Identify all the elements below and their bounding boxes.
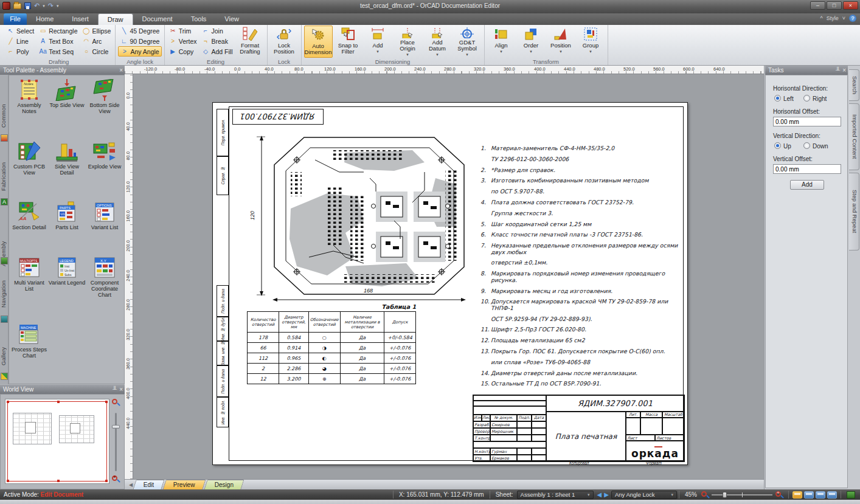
add-dimension-dropdown-icon[interactable]: ▾ [376,49,379,55]
rectangle-button[interactable]: ▭Rectangle [37,26,79,36]
palette-close-icon[interactable]: × [119,66,123,74]
select-button[interactable]: ↖Select [5,26,36,36]
tool-palette-header[interactable]: Tool Palette - Assembly × [0,66,125,75]
world-view-zoom-in-icon[interactable]: + [111,475,121,485]
copy-button[interactable]: ▶Copy [167,46,199,57]
zoom-slider-handle[interactable] [723,492,727,498]
palette-item-assembly-notes[interactable]: Notes Assembly Notes [10,79,48,136]
direction-down-label[interactable]: Down [813,143,828,150]
align-dropdown-icon[interactable]: ▾ [500,49,502,55]
tasks-pin-icon[interactable]: ╨ [836,66,840,74]
45-degree-button[interactable]: ╲45 Degree [118,26,161,36]
text-seq-button[interactable]: AaText Seq [37,46,79,57]
place-origin-dropdown-icon[interactable]: ▾ [406,52,409,58]
order-button[interactable]: Order▾ [517,26,546,58]
palette-item-process-steps-chart[interactable]: MACHINE Process Steps Chart [10,323,48,380]
previous-sheet-icon[interactable]: ◀ [597,491,602,498]
zoom-in-icon[interactable]: + [775,491,783,499]
gallery-tab-icon[interactable] [1,373,8,380]
tab-edit[interactable]: Edit [133,480,164,489]
navigation-tab-icon[interactable] [1,316,8,323]
palette-item-component-coordinate-chart[interactable]: X,Y Component Coordinate Chart [86,257,123,319]
redo-icon[interactable]: ↷ [48,2,54,9]
group-dropdown-icon[interactable]: ▾ [589,49,592,55]
side-tab-common[interactable]: Common [0,99,9,133]
side-tab-assembly[interactable]: Assembly [0,236,9,271]
direction-left-label[interactable]: Left [783,95,794,102]
direction-left-radio[interactable] [774,95,781,102]
minimize-ribbon-icon[interactable]: ^ [820,15,822,21]
palette-item-custom-pcb-view[interactable]: Custom PCB View [10,140,48,197]
direction-right-radio[interactable] [803,95,810,102]
auto-dimension-button[interactable]: Auto Dimension [304,26,333,58]
undo-icon[interactable]: ↶ [34,2,40,9]
circle-button[interactable]: ○Circle [80,46,113,57]
sheet-thumbnail-2[interactable] [59,415,94,443]
common-tab-icon[interactable] [1,134,8,142]
direction-down-radio[interactable] [803,142,810,149]
view-panel-icon[interactable] [827,491,837,499]
side-tab-fabrication[interactable]: Fabrication [0,157,9,196]
minimize-button[interactable]: – [810,1,825,10]
join-button[interactable]: ⌐Join [199,26,234,36]
style-menu[interactable]: Style [827,15,839,21]
fabrication-tab-icon[interactable]: A [1,198,8,205]
vertex-button[interactable]: >Vertex [167,36,199,46]
tab-imported-content[interactable]: Imported Content [849,103,859,170]
90-degree-button[interactable]: ∟90 Degree [118,36,161,46]
zoom-slider[interactable] [712,494,772,495]
world-view-close-icon[interactable]: × [119,385,123,393]
side-tab-navigation[interactable]: Navigation [0,275,9,313]
view-window-icon[interactable] [804,491,814,499]
tab-draw[interactable]: Draw [98,13,133,25]
drawing-sheet[interactable]: Перв. примен. Справ. № Подп. и дата Инв.… [212,102,688,465]
trim-button[interactable]: ✂Trim [167,26,199,36]
add-fill-button[interactable]: ◇Add Fill [199,46,234,57]
angle-lock-selector[interactable]: Any Angle Lock▾ [611,491,677,499]
align-button[interactable]: Align▾ [487,26,516,58]
tab-file[interactable]: File [4,13,27,25]
close-button[interactable]: × [843,1,858,10]
position-dropdown-icon[interactable]: ▾ [560,49,562,55]
vertical-offset-input[interactable] [773,164,841,174]
tasks-close-icon[interactable]: × [842,66,846,74]
any-angle-button[interactable]: >Any Angle [118,46,161,57]
view-fit-icon[interactable] [792,491,802,499]
undo-dropdown-icon[interactable]: ▾ [43,4,45,9]
tab-search[interactable]: Search [849,69,859,101]
palette-item-side-view-detail[interactable]: Side View Detail [48,140,86,197]
tasks-header[interactable]: Tasks ╨ × [765,66,848,75]
tab-preview[interactable]: Preview [163,480,206,489]
world-view-zoom-handle[interactable] [112,425,120,429]
status-app-icon[interactable] [847,491,855,499]
place-origin-button[interactable]: Place Origin▾ [394,26,422,58]
order-dropdown-icon[interactable]: ▾ [530,49,532,55]
arc-button[interactable]: ◠Arc [80,36,113,46]
ellipse-button[interactable]: ◯Ellipse [80,26,113,36]
tab-view[interactable]: View [215,13,248,25]
horizontal-offset-input[interactable] [773,117,841,126]
palette-item-multi-variant-list[interactable]: MULTIOPTS Multi Variant List [10,257,48,319]
format-drafting-button[interactable]: Format Drafting [236,26,265,58]
drawing-canvas[interactable]: Перв. примен. Справ. № Подп. и дата Инв.… [125,66,764,479]
save-icon[interactable] [24,2,31,9]
qat-customize-icon[interactable]: ▾ [57,4,59,9]
palette-item-bottom-side-view[interactable]: Bottom Side View [86,79,123,136]
palette-item-variant-legend[interactable]: LEGEND Inst Un-Inst Subs Variant Legend [48,257,86,319]
tab-step-and-repeat[interactable]: Step and Repeat [849,173,859,250]
view-page-icon[interactable] [816,491,825,499]
open-icon[interactable] [13,3,21,9]
direction-right-label[interactable]: Right [813,95,827,102]
world-view-header[interactable]: World View ╨ × [0,385,125,394]
direction-up-label[interactable]: Up [783,143,791,150]
gdt-symbol-dropdown-icon[interactable]: ▾ [466,52,468,58]
world-view-zoom-out-icon[interactable] [111,398,121,408]
next-sheet-icon[interactable]: ▶ [604,491,609,498]
palette-item-explode-view[interactable]: Explode View [86,140,123,197]
world-view-pin-icon[interactable]: ╨ [113,385,117,393]
side-tab-gallery[interactable]: Gallery [0,342,9,370]
zoom-out-icon[interactable] [701,491,709,499]
palette-item-top-side-view[interactable]: Top Side View [48,79,86,136]
add-dimension-button[interactable]: Add▾ [364,26,392,58]
tab-insert[interactable]: Insert [63,13,98,25]
